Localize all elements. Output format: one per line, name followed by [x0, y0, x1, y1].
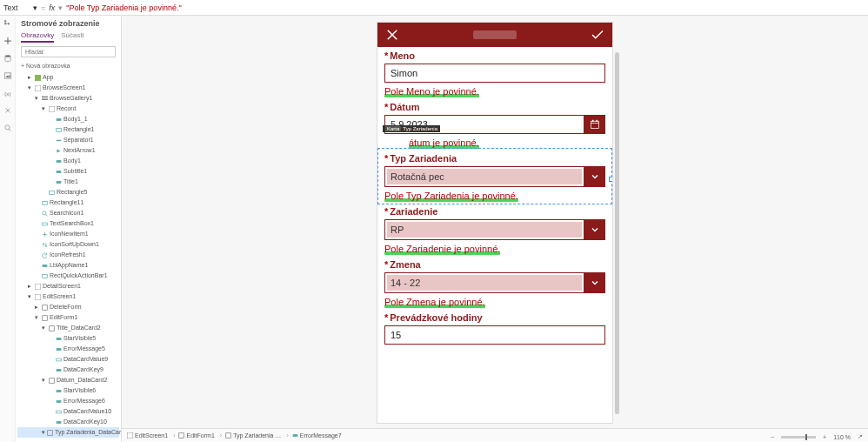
zoom-out-icon[interactable]: − [771, 434, 774, 440]
dropdown-typ[interactable]: Rotačná pec [384, 166, 584, 187]
dropdown-zariadenie[interactable]: RP [384, 219, 584, 240]
breadcrumb-item[interactable]: ErrorMessage7 [292, 432, 342, 439]
svg-rect-11 [49, 106, 55, 112]
tree-list[interactable]: ▸App ▾BrowseScreen1 ▾BrowseGallery1 ▾Rec… [16, 72, 121, 442]
tree-node[interactable]: IconNewItem1 [17, 229, 119, 239]
svg-rect-32 [57, 369, 62, 372]
selection-handle[interactable] [609, 177, 612, 182]
scrollbar[interactable] [615, 52, 619, 414]
field-meno: *Meno Pole Meno je povinné. [379, 47, 611, 98]
svg-rect-8 [35, 85, 41, 91]
breadcrumb-item[interactable]: EditForm1 [178, 432, 222, 439]
tree-node[interactable]: ErrorMessage5 [17, 344, 119, 354]
label-prev: Prevádzkové hodiny [390, 312, 482, 323]
tree-node[interactable]: ▾EditForm1 [17, 312, 119, 323]
svg-rect-25 [35, 294, 41, 300]
tree-node[interactable]: ErrorMessage6 [17, 396, 119, 406]
tree-node[interactable]: NextArrow1 [17, 145, 119, 156]
input-meno[interactable] [384, 64, 605, 83]
svg-rect-33 [50, 378, 55, 383]
chevron-down-icon[interactable] [584, 166, 605, 187]
svg-rect-39 [591, 121, 599, 128]
tree-node[interactable]: ▸DetailScreen1 [17, 281, 119, 291]
required-asterisk: * [384, 50, 388, 61]
formula-value[interactable]: "Pole Typ Zariadenia je povinné." [66, 3, 181, 12]
data-icon[interactable] [3, 54, 12, 63]
dropdown-zmena[interactable]: 14 - 22 [384, 272, 584, 293]
chevron-down-icon[interactable] [584, 219, 605, 240]
svg-rect-38 [48, 430, 53, 435]
tree-node-selected[interactable]: ▾Typ Zariadenia_DataCard2 [17, 427, 119, 438]
status-bar: − + 110 % ↗ [771, 433, 863, 440]
zoom-in-icon[interactable]: + [823, 434, 826, 440]
tree-node[interactable]: TextSearchBox1 [17, 218, 119, 229]
popout-icon[interactable]: ↗ [858, 433, 863, 440]
tree-node[interactable]: IconSortUpDown1 [17, 239, 119, 250]
svg-rect-13 [57, 128, 62, 131]
breadcrumb-item[interactable]: EditScreen1 [127, 432, 175, 439]
svg-rect-22 [43, 265, 48, 267]
advanced-icon[interactable] [3, 106, 12, 115]
tree-node[interactable]: Rectangle1 [17, 124, 119, 135]
new-screen-button[interactable]: + Nová obrazovka [16, 61, 121, 72]
tree-node[interactable]: SearchIcon1 [17, 208, 119, 218]
tree-node[interactable]: Separator1 [17, 135, 119, 145]
calendar-icon[interactable] [584, 115, 605, 134]
tab-components[interactable]: Súčasti [61, 30, 83, 43]
tree-node[interactable]: Rectangle11 [17, 198, 119, 208]
tree-node[interactable]: ▸DeleteForm [17, 302, 119, 312]
fx-icon[interactable]: fx [49, 3, 55, 12]
tree-node[interactable]: DataCardKey9 [17, 365, 119, 375]
field-zmena: *Zmena 14 - 22 Pole Zmena je povinné. [379, 256, 611, 309]
chevron-down-icon[interactable] [584, 272, 605, 293]
search-icon[interactable] [3, 124, 12, 132]
svg-rect-17 [57, 181, 62, 184]
card-tag: KartaTyp Zariadenia [383, 125, 440, 132]
variables-icon[interactable]: (x) [3, 89, 12, 97]
svg-point-3 [4, 55, 10, 57]
tree-node[interactable]: ▾Dátum_DataCard2 [17, 375, 119, 385]
check-icon[interactable] [590, 27, 605, 43]
breadcrumb-item[interactable]: Typ Zariadenia … [225, 432, 289, 439]
tab-screens[interactable]: Obrazovky [21, 30, 54, 43]
tree-node[interactable]: IconRefresh1 [17, 250, 119, 260]
label-zmena: Zmena [390, 259, 420, 270]
label-zar: Zariadenie [390, 206, 437, 217]
tree-node[interactable]: StarVisible6 [17, 385, 119, 396]
svg-rect-14 [57, 139, 62, 140]
tree-view-icon[interactable] [3, 19, 12, 28]
tree-node[interactable]: ▾Title_DataCard2 [17, 323, 119, 333]
tree-node[interactable]: Body1 [17, 156, 119, 166]
tree-search-input[interactable] [21, 46, 116, 57]
error-datum: átum je povinné. [409, 137, 479, 148]
tree-node[interactable]: StarVisible5 [17, 333, 119, 344]
tree-node[interactable]: DataCardKey10 [17, 417, 119, 427]
error-typ: Pole Typ Zariadenia je povinné. [384, 191, 518, 201]
tree-node[interactable]: Rectangle5 [17, 187, 119, 198]
tree-node[interactable]: DataCardValue9 [17, 354, 119, 365]
svg-rect-37 [57, 421, 62, 424]
svg-rect-15 [57, 160, 62, 163]
tree-node[interactable]: ▾Record [17, 104, 119, 114]
close-icon[interactable] [384, 27, 400, 43]
tree-view-panel: Stromové zobrazenie Obrazovky Súčasti + … [16, 16, 122, 442]
input-prev[interactable] [384, 325, 605, 345]
tree-node[interactable]: ▾BrowseGallery1 [17, 93, 119, 104]
media-icon[interactable] [3, 71, 12, 80]
insert-icon[interactable] [3, 37, 12, 45]
tree-node[interactable]: LblAppName1 [17, 260, 119, 271]
tree-node[interactable]: ▾EditScreen1 [17, 291, 119, 302]
phone-preview: *Meno Pole Meno je povinné. *Dátum [377, 23, 612, 423]
tree-node[interactable]: Body1_1 [17, 114, 119, 124]
svg-rect-34 [57, 390, 62, 392]
chevron-down-icon[interactable]: ▾ [33, 3, 37, 12]
tree-node[interactable]: Title1 [17, 177, 119, 187]
svg-rect-28 [50, 325, 55, 331]
tree-node-app[interactable]: ▸App [17, 72, 119, 83]
tree-node[interactable]: ▾BrowseScreen1 [17, 83, 119, 93]
tree-node[interactable]: RectQuickActionBar1 [17, 271, 119, 281]
field-typ-zariadenia[interactable]: *Typ Zariadenia Rotačná pec Pole Typ Zar… [379, 150, 611, 203]
tree-node[interactable]: Subtitle1 [17, 166, 119, 177]
property-selector[interactable]: Text [3, 3, 30, 12]
tree-node[interactable]: DataCardValue10 [17, 406, 119, 417]
